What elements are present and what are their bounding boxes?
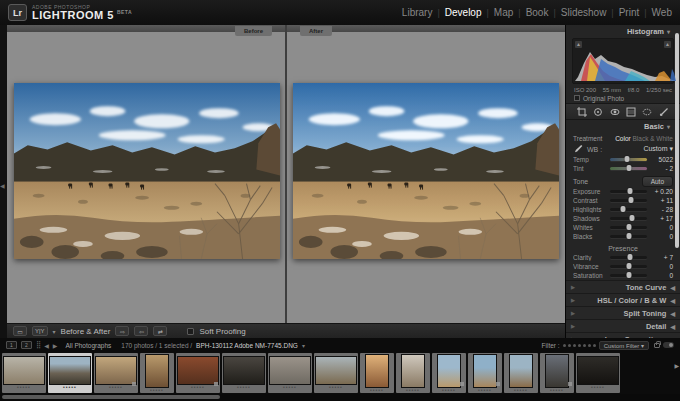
filmstrip-thumb[interactable]: ••••• [222,353,266,393]
slider-track[interactable] [610,226,647,229]
slider-value[interactable]: 0 [651,224,673,231]
crop-icon[interactable] [576,106,589,117]
slider-saturation[interactable]: Saturation 0 [566,271,680,280]
slider-track[interactable] [610,256,647,259]
before-pane[interactable]: Before [7,25,286,323]
histogram-header[interactable]: Histogram▾ [566,25,680,37]
panel-split-toning[interactable]: ▶ Split Toning ◀ [566,306,680,319]
slider-value[interactable]: - 28 [651,206,673,213]
left-panel-collapse-icon[interactable]: ◀ [0,182,5,189]
slider-track[interactable] [610,199,647,202]
slider-exposure[interactable]: Exposure + 0.20 [566,187,680,196]
filmstrip-thumb[interactable]: ••••• [540,353,574,393]
soft-proofing-checkbox[interactable] [187,328,194,335]
copy-before-to-after-icon[interactable]: ⇨ [115,326,129,336]
slider-value[interactable]: 0 [651,272,673,279]
slider-value[interactable]: - 2 [651,165,673,172]
filmstrip-thumb[interactable]: ••••• [314,353,358,393]
slider-value[interactable]: 0 [651,233,673,240]
slider-blacks[interactable]: Blacks 0 [566,232,680,241]
module-develop[interactable]: Develop [445,7,482,18]
slider-vibrance[interactable]: Vibrance 0 [566,262,680,271]
before-after-view-icon[interactable]: Y|Y [32,326,48,336]
panel-tone-curve[interactable]: ▶ Tone Curve ◀ [566,280,680,293]
histogram[interactable]: ▲ ▲ [572,38,674,84]
panel-hsl-color-bw[interactable]: ▶ HSL / Color / B & W ◀ [566,293,680,306]
slider-value[interactable]: + 11 [651,197,673,204]
filmstrip-thumb[interactable]: ••••• [360,353,394,393]
white-balance-eyedropper-icon[interactable] [573,144,583,154]
module-map[interactable]: Map [494,7,513,18]
slider-track[interactable] [610,235,647,238]
slider-track[interactable] [610,190,647,193]
filmstrip-filter-toggle[interactable] [663,342,674,348]
slider-temp[interactable]: Temp 5022 [566,155,680,164]
auto-tone-button[interactable]: Auto [642,176,673,187]
slider-value[interactable]: + 17 [651,215,673,222]
left-panel-collapsed[interactable]: ◀ [0,25,7,338]
slider-tint[interactable]: Tint - 2 [566,164,680,173]
filmstrip-thumb[interactable]: ••••• [176,353,220,393]
secondary-display-icon[interactable]: 2 [21,341,32,349]
filmstrip-thumb[interactable]: ••••• [468,353,502,393]
slider-track[interactable] [610,167,647,170]
swap-before-after-icon[interactable]: ⇄ [153,326,167,336]
slider-highlights[interactable]: Highlights - 28 [566,205,680,214]
original-photo-row[interactable]: Original Photo [566,94,680,103]
filmstrip-thumb[interactable]: ••••• [140,353,174,393]
chevron-down-icon[interactable]: ▾ [302,342,305,349]
slider-whites[interactable]: Whites 0 [566,223,680,232]
treatment-color[interactable]: Color [615,135,631,142]
slider-track[interactable] [610,265,647,268]
wb-value-dropdown[interactable]: Custom ▾ [643,145,673,153]
slider-clarity[interactable]: Clarity + 7 [566,253,680,262]
filmstrip-thumb[interactable]: ••••• [504,353,538,393]
grid-view-icon[interactable]: ⣿ [36,341,40,349]
primary-display-icon[interactable]: 1 [6,341,17,349]
filmstrip-filename[interactable]: BPH-130112 Adobe NM-7745.DNG [196,342,298,349]
copy-after-to-before-icon[interactable]: ⇦ [134,326,148,336]
module-web[interactable]: Web [652,7,672,18]
slider-track[interactable] [610,274,647,277]
filmstrip-source[interactable]: All Photographs [65,342,111,349]
filmstrip-thumb[interactable]: ••••• [576,353,620,393]
slider-track[interactable] [610,158,647,161]
module-book[interactable]: Book [526,7,549,18]
treatment-bw[interactable]: Black & White [633,135,673,142]
red-eye-icon[interactable] [608,106,621,117]
filmstrip-thumb[interactable]: ••••• [2,353,46,393]
filmstrip-thumb[interactable]: ••••• [268,353,312,393]
after-photo[interactable] [293,83,559,259]
filmstrip-thumb[interactable]: ••••• [94,353,138,393]
filmstrip-thumb[interactable]: ••••• [432,353,466,393]
slider-track[interactable] [610,208,647,211]
slider-value[interactable]: 5022 [651,156,673,163]
graduated-filter-icon[interactable] [625,106,638,117]
view-caret-icon[interactable]: ▾ [53,328,56,335]
filmstrip-scrollbar[interactable] [0,394,680,401]
radial-filter-icon[interactable] [641,106,654,117]
slider-shadows[interactable]: Shadows + 17 [566,214,680,223]
module-library[interactable]: Library [402,7,433,18]
slider-track[interactable] [610,217,647,220]
custom-filter-dropdown[interactable]: Custom Filter ▾ [599,341,649,350]
lock-icon[interactable] [654,343,660,348]
module-print[interactable]: Print [619,7,640,18]
filmstrip-scroll-thumb[interactable] [2,395,220,399]
before-photo[interactable] [14,83,280,259]
adjustment-brush-icon[interactable] [657,106,670,117]
original-photo-checkbox[interactable] [574,95,580,101]
filmstrip-thumb-selected[interactable]: ••••• [48,353,92,393]
after-pane[interactable]: After [286,25,565,323]
filter-flags[interactable] [563,344,596,347]
spot-removal-icon[interactable] [592,106,605,117]
slider-value[interactable]: + 0.20 [651,188,673,195]
next-photo-icon[interactable]: ▶ [53,342,58,349]
loupe-view-icon[interactable]: ▭ [13,326,27,336]
slider-value[interactable]: + 7 [651,254,673,261]
slider-contrast[interactable]: Contrast + 11 [566,196,680,205]
slider-value[interactable]: 0 [651,263,673,270]
previous-photo-icon[interactable]: ◀ [44,342,49,349]
panel-detail[interactable]: ▶ Detail ◀ [566,319,680,332]
basic-panel-header[interactable]: Basic▾ [566,120,680,132]
